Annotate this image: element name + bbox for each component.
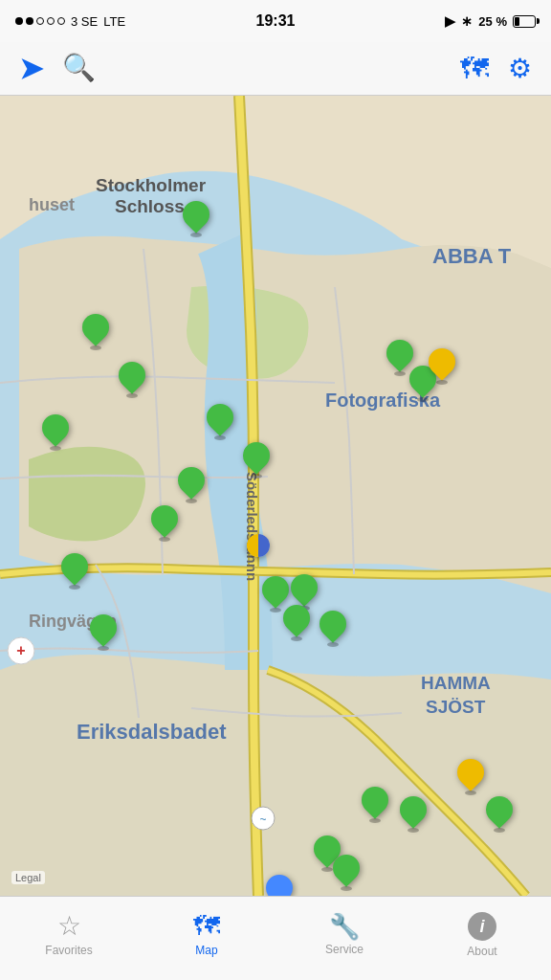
toolbar-left: ➤ 🔍 xyxy=(19,52,96,85)
search-button[interactable]: 🔍 xyxy=(62,52,96,85)
network-type: LTE xyxy=(103,14,125,29)
dot-2 xyxy=(26,17,33,25)
map-label: Map xyxy=(195,944,217,957)
service-icon: 🔧 xyxy=(329,914,360,939)
svg-text:Stockholmer: Stockholmer xyxy=(96,175,207,195)
about-icon: i xyxy=(468,912,496,941)
map-tab-icon: 🗺 xyxy=(193,913,220,940)
carrier-text: 3 SE xyxy=(71,14,98,29)
map-view-button[interactable]: 🗺 xyxy=(460,53,489,85)
pin-half[interactable] xyxy=(247,534,270,557)
pin-green-5[interactable] xyxy=(207,404,233,438)
pin-green-18[interactable] xyxy=(400,796,427,831)
pin-green-12[interactable] xyxy=(320,611,346,645)
legal-text: Legal xyxy=(11,871,45,884)
pin-green-4[interactable] xyxy=(42,414,69,449)
huset-label: huset xyxy=(29,195,75,214)
svg-text:SJÖST: SJÖST xyxy=(426,697,486,717)
toolbar: ➤ 🔍 🗺 ⚙ xyxy=(0,42,551,96)
status-left: 3 SE LTE xyxy=(15,14,125,29)
service-label: Service xyxy=(325,943,364,956)
pin-green-19[interactable] xyxy=(486,796,513,831)
tab-bar: ☆ Favorites 🗺 Map 🔧 Service i About xyxy=(0,896,551,980)
pin-yellow-1[interactable] xyxy=(429,348,455,383)
map-area: huset Stockholmer Schloss ABBA T Fotogra… xyxy=(0,96,551,896)
battery-icon xyxy=(513,15,536,28)
svg-text:ABBA T: ABBA T xyxy=(432,244,512,268)
pin-green-6[interactable] xyxy=(243,442,270,477)
pin-blue-1[interactable] xyxy=(266,875,293,896)
status-time: 19:31 xyxy=(256,12,296,30)
svg-text:~: ~ xyxy=(259,813,266,826)
pin-green-7[interactable] xyxy=(178,467,205,501)
pin-yellow-2[interactable] xyxy=(457,759,484,793)
pin-green-8[interactable] xyxy=(151,505,178,540)
tab-service[interactable]: 🔧 Service xyxy=(276,897,413,980)
battery-percentage: 25 % xyxy=(478,14,507,29)
svg-text:Söderledstunnn: Söderledstunnn xyxy=(244,472,260,581)
battery-fill xyxy=(515,17,519,26)
pin-green-1[interactable] xyxy=(183,201,209,235)
pin-green-2[interactable] xyxy=(82,314,109,348)
status-bar: 3 SE LTE 19:31 ▶ ∗ 25 % xyxy=(0,0,551,42)
pin-green-3[interactable] xyxy=(119,362,145,396)
tab-map[interactable]: 🗺 Map xyxy=(138,897,276,980)
about-label: About xyxy=(467,945,496,958)
pin-green-13[interactable] xyxy=(61,553,88,588)
svg-text:HAMMA: HAMMA xyxy=(421,673,491,693)
favorites-icon: ☆ xyxy=(57,913,81,940)
svg-text:Eriksdalsbadet: Eriksdalsbadet xyxy=(77,720,227,744)
tab-favorites[interactable]: ☆ Favorites xyxy=(0,897,138,980)
status-right: ▶ ∗ 25 % xyxy=(445,13,536,29)
pin-green-17[interactable] xyxy=(362,787,388,821)
pin-green-22[interactable] xyxy=(333,855,360,889)
toolbar-right: 🗺 ⚙ xyxy=(460,53,532,85)
dot-4 xyxy=(47,17,55,25)
tab-about[interactable]: i About xyxy=(413,897,551,980)
pin-green-14[interactable] xyxy=(90,614,117,649)
dot-1 xyxy=(15,17,23,25)
svg-text:+: + xyxy=(16,642,25,658)
svg-text:Schloss: Schloss xyxy=(115,196,185,216)
favorites-label: Favorites xyxy=(45,944,92,957)
location-status-icon: ▶ xyxy=(445,13,455,29)
bluetooth-icon: ∗ xyxy=(461,13,473,29)
signal-dots xyxy=(15,17,65,25)
settings-button[interactable]: ⚙ xyxy=(508,53,532,85)
dot-3 xyxy=(36,17,44,25)
location-button[interactable]: ➤ xyxy=(19,52,43,85)
pin-green-11[interactable] xyxy=(283,605,310,639)
dot-5 xyxy=(57,17,65,25)
